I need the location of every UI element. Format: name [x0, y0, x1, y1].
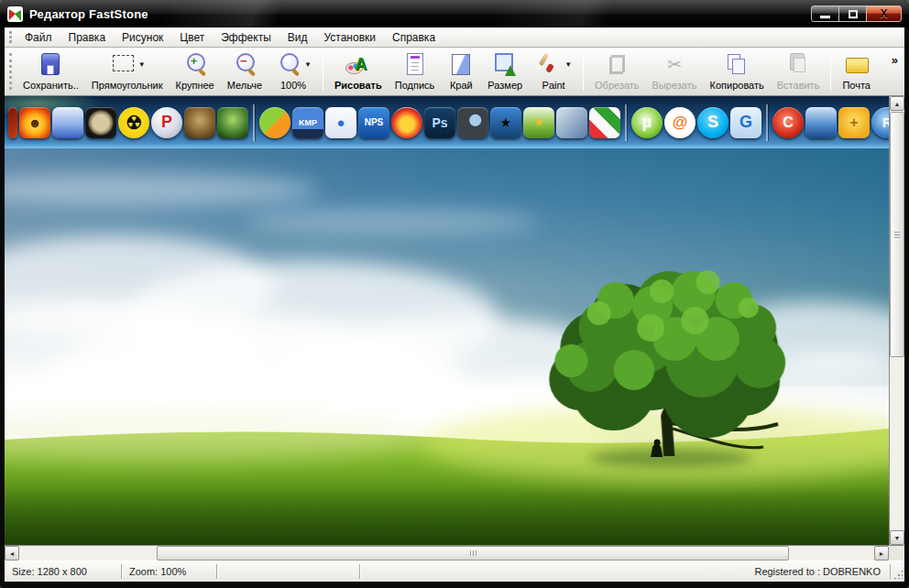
- copy-button[interactable]: Копировать: [704, 50, 771, 93]
- faststone-editor-window: Редактор FastStone X ФайлПравкаРисунокЦв…: [0, 0, 909, 588]
- window-title: Редактор FastStone: [29, 7, 148, 21]
- menubar-grip-handle[interactable]: [9, 31, 12, 43]
- toolbar-icon-row: [447, 52, 475, 77]
- crop-button: Обрезать: [588, 50, 646, 93]
- menu-item-6[interactable]: Вид: [279, 28, 316, 47]
- toolbar-icon-row: A: [345, 52, 372, 77]
- toolbar-icon-row: ▼: [109, 52, 146, 77]
- menu-item-4[interactable]: Цвет: [171, 28, 213, 47]
- maximize-button[interactable]: [838, 5, 867, 22]
- dock-icon-g-messenger: G: [730, 107, 761, 138]
- caption-button[interactable]: Подпись: [389, 50, 442, 93]
- faststone-logo-icon: [7, 6, 23, 22]
- horizontal-scroll-thumb[interactable]: [157, 546, 789, 561]
- dock-separator: [253, 104, 255, 141]
- status-zoom-level: Zoom: 100%: [122, 564, 217, 579]
- status-bar: Size: 1280 x 800 Zoom: 100% Registered t…: [5, 561, 904, 582]
- icon-glyph: ✂: [667, 54, 682, 75]
- horizontal-scrollbar-row: ◄ ►: [5, 545, 904, 561]
- dock-icon-skype: S: [697, 107, 728, 138]
- dock-icon-r-organizer: R: [871, 107, 889, 138]
- dropdown-arrow-icon[interactable]: ▼: [564, 60, 572, 69]
- toolbar-icon-row: −: [231, 52, 258, 77]
- zoomout-button[interactable]: −Мельче: [221, 50, 268, 93]
- scroll-down-button[interactable]: ▼: [890, 530, 904, 545]
- vertical-scroll-thumb[interactable]: [890, 112, 904, 357]
- draw-button[interactable]: AРисовать: [328, 50, 389, 93]
- close-button[interactable]: X: [866, 5, 902, 22]
- dropdown-arrow-icon[interactable]: ▼: [304, 60, 312, 69]
- menu-item-1[interactable]: Файл: [16, 28, 60, 47]
- status-spacer: [360, 564, 745, 579]
- image-canvas[interactable]: ☻☢PKMP●NPSPs★★µ@SGC+R: [5, 96, 889, 545]
- toolbar-label: Обрезать: [595, 80, 640, 91]
- scrollbar-corner: [889, 545, 904, 561]
- dock-separator: [625, 104, 627, 141]
- toolbar-separator: [830, 52, 831, 91]
- icon-glyph: +: [187, 54, 202, 68]
- toolbar-label: Край: [450, 80, 473, 91]
- edge-button[interactable]: Край: [441, 50, 481, 93]
- vertical-scrollbar[interactable]: ▲ ▼: [889, 96, 904, 545]
- menu-item-3[interactable]: Рисунок: [114, 28, 171, 47]
- horizontal-scroll-track[interactable]: [19, 546, 874, 561]
- minimize-icon: [820, 16, 830, 18]
- dropdown-arrow-icon[interactable]: ▼: [138, 60, 146, 69]
- scroll-right-button[interactable]: ►: [874, 546, 889, 561]
- toolbar-label: Крупнее: [176, 80, 214, 91]
- cut-button: ✂Вырезать: [646, 50, 704, 93]
- dock-icon-stone-disc: [85, 107, 116, 138]
- toolbar-label: Мельче: [227, 80, 262, 91]
- paste-icon: [784, 52, 812, 77]
- title-bar[interactable]: Редактор FastStone X: [0, 0, 909, 27]
- toolbar-label: Вставить: [777, 80, 820, 91]
- minimize-button[interactable]: [811, 5, 839, 22]
- zoomout-icon: −: [231, 52, 258, 77]
- status-blank-panel: [217, 564, 360, 579]
- mail-button[interactable]: Почта: [836, 50, 877, 93]
- resize-grip[interactable]: [891, 561, 904, 582]
- dock-icon-nps: NPS: [358, 107, 389, 138]
- save-button[interactable]: Сохранить..: [16, 50, 85, 93]
- horizontal-scrollbar[interactable]: ◄ ►: [5, 545, 889, 561]
- menu-item-2[interactable]: Правка: [60, 28, 115, 47]
- dock-icon-pinwheel: [589, 107, 620, 138]
- scroll-left-button[interactable]: ◄: [5, 546, 19, 561]
- dock-icon-mail-ru: @: [664, 107, 695, 138]
- icon-glyph: −: [236, 54, 251, 68]
- scroll-up-button[interactable]: ▲: [890, 96, 904, 111]
- toolbar-grip-handle[interactable]: [9, 53, 12, 90]
- resize-button[interactable]: Размер: [481, 50, 529, 93]
- edge-icon: [447, 52, 475, 77]
- dock-icon-serious-sam: ☻: [19, 107, 50, 138]
- dock-icon-machinarium-robot: [184, 107, 215, 138]
- menu-item-5[interactable]: Эффекты: [213, 28, 279, 47]
- toolbar-label: Paint: [542, 80, 565, 91]
- dock-icon-camera: [457, 107, 488, 138]
- toolbar-separator: [583, 52, 584, 91]
- dock-separator: [766, 104, 768, 141]
- toolbar-icon-row: [723, 52, 750, 77]
- crop-icon: [603, 52, 630, 77]
- dock-icon-tribal-flame: [52, 107, 83, 138]
- dock-icon-letter-p-ball: P: [151, 107, 182, 138]
- icon-glyph: A: [355, 55, 367, 74]
- toolbar-overflow-chevron[interactable]: »: [892, 53, 898, 67]
- toolbar-label: 100%: [280, 80, 306, 91]
- paint-button[interactable]: ▼Paint: [529, 50, 578, 93]
- vertical-scroll-track[interactable]: [890, 111, 904, 530]
- dock-icon-remote-desktop: [805, 107, 837, 138]
- toolbar-label: Рисовать: [334, 80, 382, 91]
- menu-item-8[interactable]: Справка: [384, 28, 444, 47]
- dock-icon-zipper-tool: [556, 107, 587, 138]
- dock-icon-utorrent: µ: [631, 107, 663, 138]
- zoomin-button[interactable]: +Крупнее: [170, 50, 221, 93]
- selrect-button[interactable]: ▼Прямоугольник: [85, 50, 170, 93]
- dock-icon-media-ball: ●: [325, 107, 356, 138]
- dock-icon-ccleaner: C: [772, 107, 804, 138]
- toolbar-label: Размер: [487, 80, 522, 91]
- zoompct-button[interactable]: ▼100%: [268, 50, 318, 93]
- zoomin-icon: +: [181, 52, 209, 77]
- draw-icon: A: [345, 52, 372, 77]
- menu-item-7[interactable]: Установки: [316, 28, 384, 47]
